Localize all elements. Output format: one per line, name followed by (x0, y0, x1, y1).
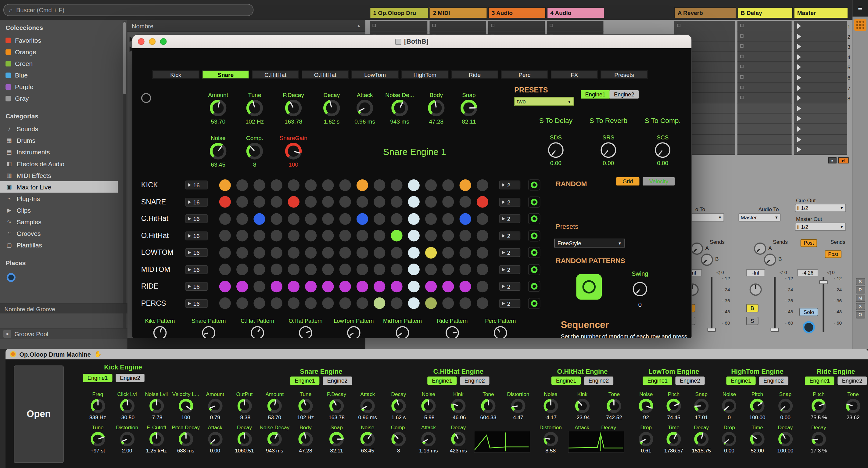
step-1[interactable] (219, 297, 231, 309)
amount-knob[interactable] (268, 399, 282, 413)
volume-fader-handle[interactable] (771, 328, 779, 332)
step-9[interactable] (356, 213, 368, 225)
kink-knob[interactable] (575, 399, 590, 413)
kink-knob[interactable] (451, 399, 465, 413)
step-10[interactable] (374, 196, 385, 208)
engine2-button[interactable]: Engine2 (116, 374, 145, 382)
step-14[interactable] (442, 179, 454, 191)
sidebar-category-item[interactable]: ♪Sounds (5, 123, 119, 135)
noise-knob[interactable] (421, 399, 436, 413)
step-11[interactable] (391, 281, 402, 292)
step-13[interactable] (425, 297, 437, 309)
step-9[interactable] (356, 230, 368, 241)
amount-knob[interactable] (210, 100, 226, 116)
tune-knob[interactable] (91, 432, 105, 446)
step-11[interactable] (391, 230, 402, 241)
open-button[interactable]: Open (14, 365, 63, 463)
distortion-knob[interactable] (120, 432, 134, 446)
step-4[interactable] (271, 281, 282, 292)
step-count-box[interactable]: 16 (185, 231, 208, 240)
step-16[interactable] (477, 281, 488, 292)
step-9[interactable] (356, 247, 368, 258)
step-14[interactable] (442, 230, 454, 241)
step-4[interactable] (271, 196, 282, 208)
click-lvl-knob[interactable] (120, 399, 134, 413)
step-8[interactable] (339, 281, 351, 292)
sidebar-collection-item[interactable]: Blue (5, 69, 119, 81)
step-1[interactable] (219, 264, 231, 275)
mixer-section-toggle[interactable]: R (856, 286, 865, 293)
session-grid-icon[interactable] (854, 19, 866, 31)
step-3[interactable] (253, 247, 265, 258)
volume-fader[interactable] (711, 277, 712, 332)
step-14[interactable] (442, 297, 454, 309)
o-hat-pattern-knob[interactable] (299, 326, 312, 338)
sidebar-category-item[interactable]: ∿Samples (5, 216, 119, 228)
snare-pattern-knob[interactable] (202, 326, 216, 338)
row-enable-toggle[interactable] (528, 298, 540, 309)
step-11[interactable] (391, 179, 402, 191)
step-16[interactable] (477, 213, 488, 225)
engine1-button[interactable]: Engine1 (290, 377, 320, 385)
step-count-box[interactable]: 16 (185, 214, 208, 223)
drop-knob[interactable] (722, 432, 736, 446)
snaregain-knob[interactable] (285, 143, 302, 159)
decay-knob[interactable] (237, 432, 252, 446)
midtom-pattern-knob[interactable] (396, 326, 409, 338)
mixer-section-toggle[interactable]: O (856, 311, 865, 319)
row-enable-toggle[interactable] (528, 281, 540, 292)
tune-knob[interactable] (298, 399, 313, 413)
noise-de--knob[interactable] (391, 100, 408, 116)
menu-icon[interactable]: ≡ (852, 0, 868, 17)
plugin-window[interactable]: [BothB] KickSnareC.HitHatO.HitHatLowTomH… (132, 34, 692, 338)
step-12[interactable] (408, 179, 420, 191)
step-count-box[interactable]: 16 (185, 248, 208, 257)
decay-knob[interactable] (812, 432, 826, 446)
step-8[interactable] (339, 297, 351, 309)
step-2[interactable] (236, 264, 248, 275)
step-7[interactable] (322, 264, 334, 275)
step-5[interactable] (288, 179, 300, 191)
decay-knob[interactable] (451, 432, 465, 446)
step-count-box[interactable]: 16 (185, 181, 208, 189)
random-patterns-button[interactable] (577, 274, 602, 299)
send-b-knob[interactable] (764, 254, 776, 266)
step-4[interactable] (271, 179, 282, 191)
sidebar-collection-item[interactable]: Orange (5, 46, 119, 58)
sidebar-category-item[interactable]: ▢Plantillas (5, 239, 119, 251)
sidebar-category-item[interactable]: ◧Efectos de Audio (5, 158, 119, 169)
noise-decay-knob[interactable] (268, 432, 282, 446)
step-15[interactable] (460, 264, 471, 275)
step-11[interactable] (391, 213, 402, 225)
step-16[interactable] (477, 264, 488, 275)
step-7[interactable] (322, 297, 334, 309)
step-16[interactable] (477, 196, 488, 208)
row-end-count-box[interactable]: 2 (499, 282, 520, 291)
step-6[interactable] (305, 281, 317, 292)
step-3[interactable] (253, 297, 265, 309)
step-10[interactable] (374, 264, 385, 275)
cue-volume-knob[interactable] (803, 321, 815, 333)
comp--knob[interactable] (391, 432, 406, 446)
device-titlebar[interactable]: Op.Oloop Drum Machine ✋ (5, 349, 868, 359)
time-knob[interactable] (750, 432, 764, 446)
row-end-count-box[interactable]: 2 (499, 299, 520, 308)
time-knob[interactable] (666, 432, 681, 446)
sidebar-category-item[interactable]: ▶Clips (5, 204, 119, 216)
step-10[interactable] (374, 230, 385, 241)
sort-arrow-icon[interactable]: ▲ (356, 23, 361, 28)
tab-kick[interactable]: Kick (152, 70, 199, 79)
engine2-button[interactable]: Engine2 (323, 377, 352, 385)
tab-hightom[interactable]: HighTom (401, 70, 448, 79)
noise-knob[interactable] (361, 432, 375, 446)
send-a-knob[interactable] (691, 242, 703, 255)
step-16[interactable] (477, 230, 488, 241)
step-8[interactable] (339, 247, 351, 258)
step-7[interactable] (322, 196, 334, 208)
step-7[interactable] (322, 213, 334, 225)
step-1[interactable] (219, 179, 231, 191)
pan-knob[interactable] (686, 284, 699, 296)
step-2[interactable] (236, 247, 248, 258)
step-14[interactable] (442, 281, 454, 292)
step-3[interactable] (253, 264, 265, 275)
